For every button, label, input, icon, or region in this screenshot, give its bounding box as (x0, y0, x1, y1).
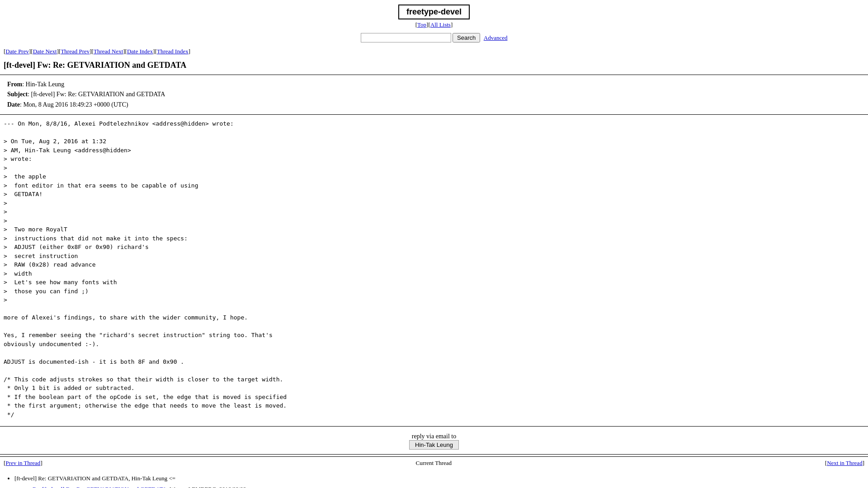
thread-index-link[interactable]: Thread Index (157, 48, 189, 55)
site-title: freetype-devel (398, 5, 470, 19)
thread-nav: [Prev in Thread] Current Thread [Next in… (0, 456, 868, 469)
next-thread-link[interactable]: Next in Thread (827, 460, 862, 466)
divider-2 (0, 114, 868, 115)
prev-thread-link[interactable]: Prev in Thread (5, 460, 40, 466)
date-label: Date (7, 101, 20, 108)
thread-list: [ft-devel] Re: GETVARIATION and GETDATA,… (0, 469, 868, 488)
subject-label: Subject (7, 91, 28, 98)
list-item: Re: [ft-devel] Fw: Re: GETVARIATION and … (33, 484, 864, 488)
date-value: Mon, 8 Aug 2016 18:49:23 +0000 (UTC) (23, 101, 128, 108)
email-body: --- On Mon, 8/8/16, Alexei Podtelezhniko… (0, 117, 868, 424)
current-thread-label: Current Thread (416, 460, 452, 467)
page-header: freetype-devel [Top][All Lists] (0, 0, 868, 31)
search-input[interactable] (361, 33, 451, 42)
list-item: [ft-devel] Re: GETVARIATION and GETDATA,… (14, 473, 864, 488)
thread-item-author: Hin-Tak Leung (132, 475, 168, 482)
email-headers: From: Hin-Tak Leung Subject: [ft-devel] … (0, 77, 868, 113)
from-value: Hin-Tak Leung (26, 81, 65, 88)
reply-section: reply via email to Hin-Tak Leung (0, 428, 868, 452)
subject-row: Subject: [ft-devel] Fw: Re: GETVARIATION… (7, 89, 861, 99)
thread-item-link[interactable]: Re: [ft-devel] Fw: Re: GETVARIATION and … (33, 486, 167, 488)
all-lists-link[interactable]: All Lists (430, 21, 451, 28)
thread-prev-link[interactable]: Thread Prev (61, 48, 90, 55)
date-index-link[interactable]: Date Index (127, 48, 153, 55)
date-row: Date: Mon, 8 Aug 2016 18:49:23 +0000 (UT… (7, 100, 861, 110)
nav-links: [Date Prev][Date Next][Thread Prev][Thre… (0, 46, 868, 57)
top-link[interactable]: Top (417, 21, 426, 28)
date-next-link[interactable]: Date Next (33, 48, 57, 55)
top-links: [Top][All Lists] (0, 21, 868, 28)
reply-label: reply via email to (412, 433, 456, 440)
thread-item-text: [ft-devel] Re: GETVARIATION and GETDATA (14, 475, 128, 482)
date-prev-link[interactable]: Date Prev (5, 48, 29, 55)
prev-in-thread: [Prev in Thread] (4, 460, 42, 467)
thread-item-date: 2016/08/08 (219, 486, 246, 488)
next-in-thread: [Next in Thread] (825, 460, 864, 467)
reply-button[interactable]: Hin-Tak Leung (409, 440, 459, 450)
thread-item-author: Werner LEMBERG (170, 486, 216, 488)
search-bar: Search Advanced (0, 33, 868, 42)
divider-1 (0, 75, 868, 75)
divider-4 (0, 454, 868, 455)
from-label: From (7, 81, 22, 88)
thread-next-link[interactable]: Thread Next (94, 48, 123, 55)
from-row: From: Hin-Tak Leung (7, 80, 861, 89)
advanced-link[interactable]: Advanced (484, 34, 508, 41)
search-button[interactable]: Search (453, 33, 480, 42)
subject-value: [ft-devel] Fw: Re: GETVARIATION and GETD… (31, 91, 165, 98)
page-title: [ft-devel] Fw: Re: GETVARIATION and GETD… (0, 57, 868, 73)
divider-3 (0, 426, 868, 427)
